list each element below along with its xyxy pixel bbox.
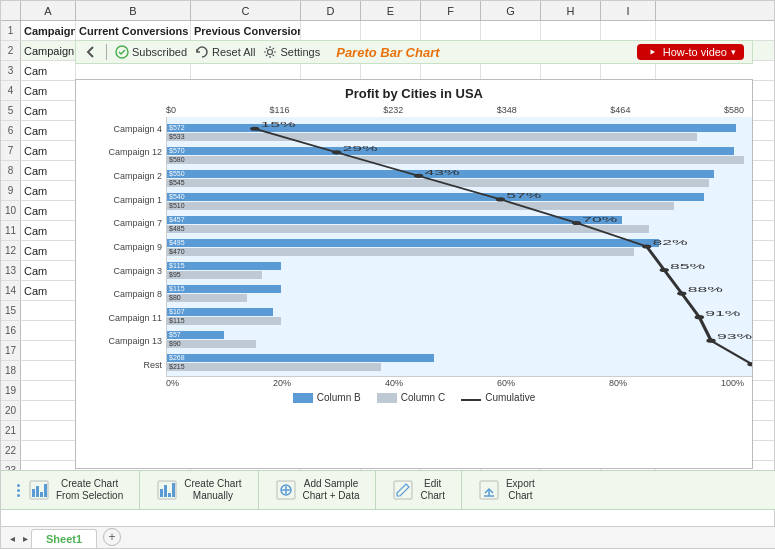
legend-item-c: Column C xyxy=(377,392,445,403)
edit-chart-label: EditChart xyxy=(420,478,444,502)
bar-row-5: $495 $470 xyxy=(167,236,744,259)
bar-b: $107 xyxy=(167,308,273,316)
cell-A10[interactable]: Cam xyxy=(21,201,76,220)
bar-row-7: $115 $80 xyxy=(167,282,744,305)
bar-row-2: $550 $545 xyxy=(167,167,744,190)
reset-all-button[interactable]: Reset All xyxy=(195,45,255,59)
cell-A6[interactable]: Cam xyxy=(21,121,76,140)
col-header-I[interactable]: I xyxy=(601,1,656,20)
bar-c: $533 xyxy=(167,133,697,141)
cell-A14[interactable]: Cam xyxy=(21,281,76,300)
cell-I1[interactable] xyxy=(601,21,656,40)
bars-area: $572 $533 $570 $580 $550 $545 $540 xyxy=(167,117,752,376)
corner-cell xyxy=(1,1,21,20)
howto-label: How-to video xyxy=(663,46,727,58)
bar-row-8: $107 $115 xyxy=(167,305,744,328)
cell-A4[interactable]: Cam xyxy=(21,81,76,100)
svg-rect-6 xyxy=(36,486,39,497)
col-header-A[interactable]: A xyxy=(21,1,76,20)
bar-c: $580 xyxy=(167,156,744,164)
create-chart-manually[interactable]: Create ChartManually xyxy=(140,471,258,509)
action-bar: Create ChartFrom Selection Create ChartM… xyxy=(1,470,775,510)
cell-H1[interactable] xyxy=(541,21,601,40)
col-header-E[interactable]: E xyxy=(361,1,421,20)
cell-A12[interactable]: Cam xyxy=(21,241,76,260)
bar-row-9: $57 $90 xyxy=(167,328,744,351)
svg-rect-13 xyxy=(172,483,175,497)
add-sheet-button[interactable]: + xyxy=(103,528,121,546)
col-header-D[interactable]: D xyxy=(301,1,361,20)
table-row: 1 Campaigns Current Conversions Previous… xyxy=(1,21,774,41)
bar-b: $540 xyxy=(167,193,704,201)
legend-swatch-c xyxy=(377,393,397,403)
cell-E1[interactable] xyxy=(361,21,421,40)
add-sample-icon xyxy=(275,479,297,501)
edit-chart[interactable]: EditChart xyxy=(376,471,461,509)
table-row: 3 Cam xyxy=(1,61,774,81)
edit-chart-icon xyxy=(392,479,414,501)
bar-c: $95 xyxy=(167,271,262,279)
col-header-H[interactable]: H xyxy=(541,1,601,20)
dropdown-icon: ▾ xyxy=(731,47,736,57)
dollar-axis-labels: $0 $116 $232 $348 $464 $580 xyxy=(166,103,744,117)
cell-G1[interactable] xyxy=(481,21,541,40)
create-chart-from-selection[interactable]: Create ChartFrom Selection xyxy=(11,471,140,509)
column-headers: A B C D E F G H I xyxy=(1,1,774,21)
chart-from-selection-icon xyxy=(28,479,50,501)
back-button[interactable] xyxy=(84,45,98,59)
svg-point-1 xyxy=(268,50,273,55)
legend-item-cumulative: Cumulative xyxy=(461,392,535,403)
cell-A13[interactable]: Cam xyxy=(21,261,76,280)
sheet-tab-sheet1[interactable]: Sheet1 xyxy=(31,529,97,548)
legend-item-b: Column B xyxy=(293,392,361,403)
cell-C1[interactable]: Previous Conversions xyxy=(191,21,301,40)
next-sheet-arrow[interactable]: ▸ xyxy=(20,531,30,545)
bar-c: $80 xyxy=(167,294,247,302)
cell-F1[interactable] xyxy=(421,21,481,40)
cell-D1[interactable] xyxy=(301,21,361,40)
cell-A3[interactable]: Cam xyxy=(21,61,76,80)
col-header-G[interactable]: G xyxy=(481,1,541,20)
cell-A2[interactable]: Campaign 1 xyxy=(21,41,76,60)
bar-row-0: $572 $533 xyxy=(167,121,744,144)
bar-b: $115 xyxy=(167,285,281,293)
svg-rect-5 xyxy=(32,489,35,497)
sheet-tabs: ◂ ▸ Sheet1 + xyxy=(1,526,775,548)
bar-row-6: $115 $95 xyxy=(167,259,744,282)
export-chart[interactable]: ExportChart xyxy=(462,471,551,509)
cell-A9[interactable]: Cam xyxy=(21,181,76,200)
svg-rect-11 xyxy=(164,485,167,497)
howto-video-button[interactable]: How-to video ▾ xyxy=(637,44,744,60)
create-chart-from-selection-label: Create ChartFrom Selection xyxy=(56,478,123,502)
y-axis-labels: Campaign 4 Campaign 12 Campaign 2 Campai… xyxy=(76,117,166,377)
legend-label-c: Column C xyxy=(401,392,445,403)
subscribed-label: Subscribed xyxy=(132,46,187,58)
col-header-F[interactable]: F xyxy=(421,1,481,20)
bar-b: $115 xyxy=(167,262,281,270)
bar-b: $572 xyxy=(167,124,736,132)
cell-A8[interactable]: Cam xyxy=(21,161,76,180)
cell-A7[interactable]: Cam xyxy=(21,141,76,160)
col-header-B[interactable]: B xyxy=(76,1,191,20)
bar-c: $215 xyxy=(167,363,381,371)
legend-label-cumulative: Cumulative xyxy=(485,392,535,403)
bar-c: $510 xyxy=(167,202,674,210)
subscribed-button[interactable]: Subscribed xyxy=(115,45,187,59)
bar-row-1: $570 $580 xyxy=(167,144,744,167)
cell-A5[interactable]: Cam xyxy=(21,101,76,120)
col-header-C[interactable]: C xyxy=(191,1,301,20)
divider xyxy=(106,44,107,60)
bar-b: $57 xyxy=(167,331,224,339)
add-sample-chart[interactable]: Add SampleChart + Data xyxy=(259,471,377,509)
bar-c: $485 xyxy=(167,225,649,233)
chart-toolbar: Subscribed Reset All Settings Pareto Bar… xyxy=(75,40,753,64)
legend-swatch-b xyxy=(293,393,313,403)
settings-button[interactable]: Settings xyxy=(263,45,320,59)
cell-A1[interactable]: Campaigns xyxy=(21,21,76,40)
bar-row-10: $268 $215 xyxy=(167,351,744,374)
bar-row-3: $540 $510 xyxy=(167,190,744,213)
cell-B1[interactable]: Current Conversions xyxy=(76,21,191,40)
bar-c: $545 xyxy=(167,179,709,187)
prev-sheet-arrow[interactable]: ◂ xyxy=(7,531,17,545)
cell-A11[interactable]: Cam xyxy=(21,221,76,240)
